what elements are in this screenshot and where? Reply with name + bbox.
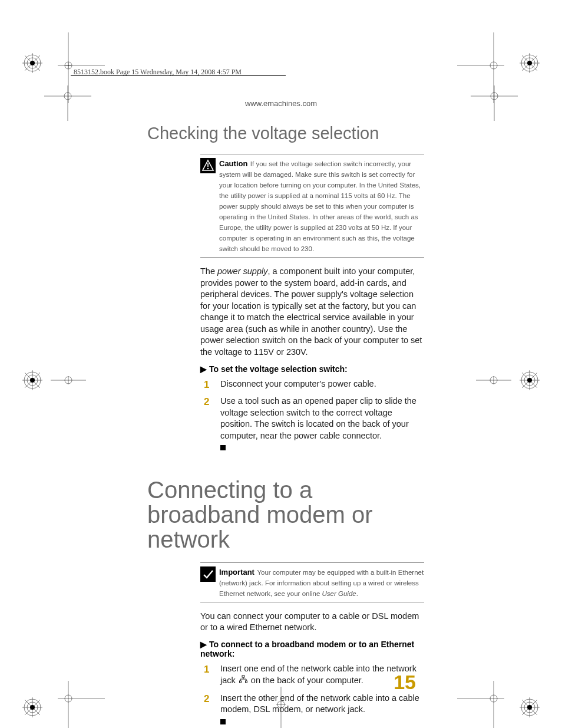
svg-point-49 bbox=[27, 702, 38, 713]
caution-body-text: If you set the voltage selection switch … bbox=[219, 160, 421, 252]
important-icon bbox=[200, 566, 216, 582]
svg-point-38 bbox=[521, 372, 538, 388]
voltage-steps: Disconnect your computer's power cable. … bbox=[200, 378, 424, 454]
step-item: Disconnect your computer's power cable. bbox=[220, 378, 424, 390]
procedure-title-voltage: ▶To set the voltage selection switch: bbox=[200, 364, 424, 374]
triangle-icon: ▶ bbox=[200, 364, 207, 374]
step-item: Insert the other end of the network cabl… bbox=[220, 693, 424, 728]
svg-point-17 bbox=[490, 62, 497, 69]
network-steps: Insert one end of the network cable into… bbox=[200, 663, 424, 727]
header-url: www.emachines.com bbox=[0, 99, 562, 108]
important-body-italic: User Guide bbox=[322, 590, 356, 597]
svg-point-20 bbox=[527, 61, 532, 65]
caution-callout: Caution If you set the voltage selection… bbox=[200, 154, 424, 258]
registration-target-icon bbox=[520, 697, 540, 717]
svg-rect-74 bbox=[242, 676, 244, 677]
svg-line-10 bbox=[25, 55, 40, 71]
svg-point-59 bbox=[524, 702, 535, 713]
svg-point-39 bbox=[524, 375, 535, 386]
end-marker-icon bbox=[220, 719, 226, 724]
crop-mark-icon bbox=[51, 370, 86, 390]
crop-mark-icon bbox=[434, 32, 504, 103]
svg-line-11 bbox=[25, 55, 40, 71]
registration-target-icon bbox=[22, 697, 42, 717]
svg-line-24 bbox=[522, 55, 537, 71]
crop-mark-icon bbox=[471, 85, 518, 133]
procedure-title-network: ▶To connect to a broadband modem or to a… bbox=[200, 640, 424, 658]
page-content: Checking the voltage selection Caution I… bbox=[147, 118, 424, 728]
svg-point-73 bbox=[207, 168, 209, 169]
svg-line-53 bbox=[25, 700, 40, 715]
registration-target-icon bbox=[520, 370, 540, 390]
svg-point-19 bbox=[524, 58, 535, 68]
para-text: , a component built into your computer, … bbox=[200, 266, 422, 357]
svg-line-43 bbox=[522, 373, 537, 388]
svg-point-58 bbox=[521, 699, 538, 716]
important-label: Important bbox=[219, 567, 254, 577]
caution-body: If you set the voltage selection switch … bbox=[219, 160, 421, 252]
svg-point-48 bbox=[24, 699, 41, 716]
svg-point-60 bbox=[527, 705, 532, 710]
crop-mark-icon bbox=[58, 681, 128, 728]
svg-line-63 bbox=[522, 700, 537, 715]
procedure-title-text: To set the voltage selection switch: bbox=[209, 364, 348, 374]
step-text: Use a tool such as an opened paper clip … bbox=[220, 396, 416, 440]
caution-icon bbox=[200, 158, 216, 173]
svg-point-36 bbox=[65, 377, 72, 384]
triangle-icon: ▶ bbox=[200, 640, 207, 649]
svg-line-23 bbox=[522, 55, 537, 71]
registration-target-icon bbox=[22, 370, 42, 390]
step-text: Insert the other end of the network cabl… bbox=[220, 693, 419, 714]
crop-mark-icon bbox=[434, 681, 504, 728]
svg-point-6 bbox=[27, 58, 38, 68]
svg-line-54 bbox=[25, 700, 40, 715]
svg-line-34 bbox=[25, 373, 40, 388]
svg-point-5 bbox=[24, 55, 41, 71]
caution-label: Caution bbox=[219, 159, 247, 168]
registration-target-icon bbox=[520, 53, 540, 73]
network-paragraph: You can connect your computer to a cable… bbox=[200, 611, 424, 634]
page-number: 15 bbox=[394, 671, 416, 694]
svg-line-33 bbox=[25, 373, 40, 388]
svg-point-57 bbox=[65, 695, 72, 702]
svg-line-44 bbox=[522, 373, 537, 388]
svg-point-50 bbox=[30, 705, 35, 710]
svg-rect-80 bbox=[245, 681, 247, 683]
crop-mark-icon bbox=[476, 370, 511, 390]
crop-mark-icon bbox=[44, 85, 91, 133]
important-callout: Important Your computer may be equipped … bbox=[200, 562, 424, 602]
page: 8513152.book Page 15 Wednesday, May 14, … bbox=[0, 0, 562, 728]
voltage-paragraph: The power supply, a component built into… bbox=[200, 266, 424, 358]
important-body-text: . bbox=[356, 590, 358, 597]
svg-point-28 bbox=[24, 372, 41, 388]
svg-point-40 bbox=[527, 378, 532, 383]
para-text: The bbox=[200, 266, 217, 276]
svg-rect-79 bbox=[239, 681, 241, 683]
svg-point-30 bbox=[30, 378, 35, 383]
network-jack-icon bbox=[239, 675, 247, 687]
section-heading-voltage: Checking the voltage selection bbox=[147, 124, 424, 143]
header-rule bbox=[71, 75, 286, 76]
step-text: on the back of your computer. bbox=[249, 676, 363, 685]
step-item: Use a tool such as an opened paper clip … bbox=[220, 396, 424, 454]
end-marker-icon bbox=[220, 445, 226, 450]
svg-point-46 bbox=[490, 377, 497, 384]
svg-point-18 bbox=[521, 55, 538, 71]
svg-point-67 bbox=[490, 695, 497, 702]
svg-line-64 bbox=[522, 700, 537, 715]
svg-point-29 bbox=[27, 375, 38, 386]
procedure-title-text: To connect to a broadband modem or to an… bbox=[200, 640, 414, 658]
registration-target-icon bbox=[22, 53, 42, 73]
svg-point-2 bbox=[65, 62, 72, 69]
para-italic: power supply bbox=[217, 266, 267, 276]
svg-point-7 bbox=[30, 61, 35, 65]
section-heading-network: Connecting to a broadband modem or netwo… bbox=[147, 477, 424, 552]
